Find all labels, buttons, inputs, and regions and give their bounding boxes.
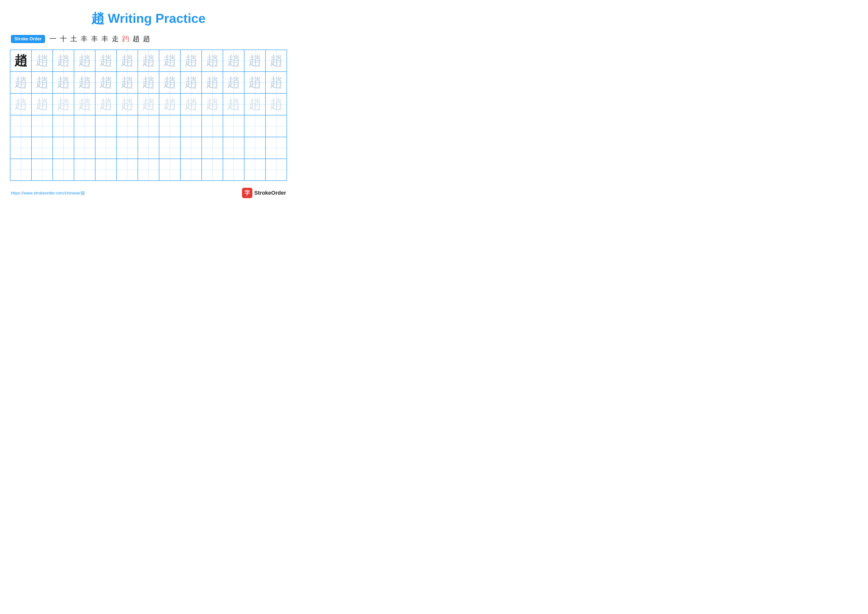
grid-cell [245, 137, 266, 159]
grid-cell [202, 137, 223, 159]
grid-cell [223, 159, 245, 180]
grid-cell: 趙 [74, 93, 96, 115]
grid-row-6 [10, 159, 287, 180]
grid-cell: 趙 [266, 50, 287, 72]
grid-cell: 趙 [202, 50, 223, 72]
grid-cell: 趙 [245, 72, 266, 93]
footer-url[interactable]: https://www.strokeorder.com/chinese/趙 [11, 190, 85, 196]
grid-cell [74, 159, 96, 180]
grid-cell [117, 159, 138, 180]
grid-cell: 趙 [223, 72, 245, 93]
grid-cell [138, 137, 160, 159]
grid-cell: 趙 [53, 50, 74, 72]
grid-cell [74, 137, 96, 159]
grid-cell: 趙 [138, 93, 160, 115]
grid-cell [202, 159, 223, 180]
grid-cell: 趙 [266, 93, 287, 115]
grid-cell [117, 115, 138, 137]
grid-cell [10, 137, 32, 159]
grid-cell [53, 115, 74, 137]
footer-logo: 字 StrokeOrder [242, 188, 286, 198]
grid-cell: 趙 [160, 72, 181, 93]
grid-cell [138, 159, 160, 180]
grid-cell [96, 115, 117, 137]
footer: https://www.strokeorder.com/chinese/趙 字 … [10, 188, 287, 198]
grid-cell: 趙 [202, 93, 223, 115]
stroke-6: 丰 [101, 34, 108, 44]
grid-cell: 趙 [10, 50, 32, 72]
practice-grid: 趙 趙 趙 趙 趙 趙 趙 趙 趙 趙 趙 趙 趙 趙 趙 趙 趙 趙 趙 趙 … [10, 50, 287, 181]
stroke-2: 十 [60, 34, 67, 44]
grid-cell [32, 115, 53, 137]
grid-cell [53, 159, 74, 180]
grid-cell: 趙 [96, 72, 117, 93]
stroke-9: 趙 [133, 34, 140, 44]
grid-cell: 趙 [202, 72, 223, 93]
grid-row-4 [10, 115, 287, 137]
grid-cell: 趙 [117, 72, 138, 93]
grid-cell [181, 115, 202, 137]
grid-cell [74, 115, 96, 137]
grid-row-2: 趙 趙 趙 趙 趙 趙 趙 趙 趙 趙 趙 趙 趙 [10, 72, 287, 93]
stroke-3: 土 [70, 34, 77, 44]
stroke-4: 丰 [81, 34, 88, 44]
grid-cell: 趙 [223, 50, 245, 72]
grid-cell [10, 159, 32, 180]
grid-cell [266, 115, 287, 137]
grid-cell: 趙 [245, 93, 266, 115]
logo-icon: 字 [242, 188, 253, 198]
grid-cell: 趙 [223, 93, 245, 115]
grid-cell: 趙 [74, 50, 96, 72]
grid-cell: 趙 [138, 50, 160, 72]
stroke-1: 一 [50, 34, 56, 44]
stroke-8: 趵 [122, 34, 129, 44]
grid-cell: 趙 [117, 93, 138, 115]
grid-cell [32, 159, 53, 180]
grid-cell [181, 137, 202, 159]
grid-cell: 趙 [181, 72, 202, 93]
grid-cell [223, 137, 245, 159]
grid-cell [223, 115, 245, 137]
grid-cell: 趙 [117, 50, 138, 72]
grid-cell [266, 159, 287, 180]
stroke-order-section: Stroke Order 一 十 土 丰 丰 丰 走 趵 趙 趙 [10, 34, 287, 44]
grid-row-5 [10, 137, 287, 159]
grid-cell [181, 159, 202, 180]
grid-cell: 趙 [138, 72, 160, 93]
grid-cell: 趙 [74, 72, 96, 93]
grid-cell: 趙 [160, 93, 181, 115]
grid-cell [160, 137, 181, 159]
grid-cell: 趙 [53, 72, 74, 93]
grid-cell: 趙 [32, 72, 53, 93]
grid-cell [245, 159, 266, 180]
grid-cell: 趙 [53, 93, 74, 115]
stroke-5: 丰 [91, 34, 98, 44]
grid-row-1: 趙 趙 趙 趙 趙 趙 趙 趙 趙 趙 趙 趙 趙 [10, 50, 287, 72]
stroke-10: 趙 [143, 34, 150, 44]
grid-cell [245, 115, 266, 137]
grid-cell: 趙 [181, 93, 202, 115]
grid-cell [96, 159, 117, 180]
stroke-7: 走 [112, 34, 119, 44]
grid-cell: 趙 [10, 72, 32, 93]
grid-cell: 趙 [181, 50, 202, 72]
grid-cell: 趙 [266, 72, 287, 93]
grid-cell: 趙 [32, 93, 53, 115]
grid-cell [32, 137, 53, 159]
grid-cell: 趙 [160, 50, 181, 72]
grid-cell [96, 137, 117, 159]
grid-cell [266, 137, 287, 159]
stroke-sequence: 一 十 土 丰 丰 丰 走 趵 趙 趙 [50, 34, 150, 44]
logo-text: StrokeOrder [254, 190, 286, 196]
grid-cell [138, 115, 160, 137]
grid-cell [10, 115, 32, 137]
grid-cell: 趙 [96, 50, 117, 72]
grid-cell [160, 159, 181, 180]
grid-cell: 趙 [10, 93, 32, 115]
grid-cell [53, 137, 74, 159]
grid-cell [117, 137, 138, 159]
grid-cell: 趙 [32, 50, 53, 72]
grid-cell [202, 115, 223, 137]
grid-cell: 趙 [245, 50, 266, 72]
page-title: 趙 Writing Practice [10, 10, 287, 27]
